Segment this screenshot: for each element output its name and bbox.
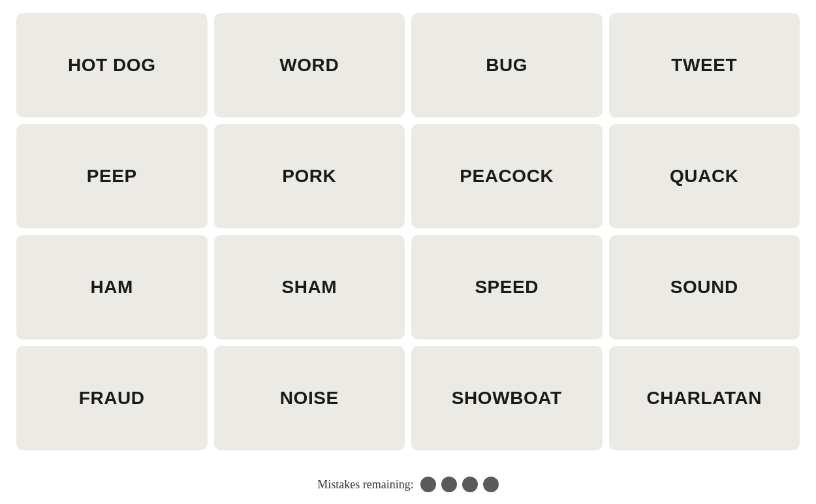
grid-cell-pork[interactable]: PORK (214, 124, 405, 228)
grid-cell-ham[interactable]: HAM (16, 235, 208, 339)
cell-label-noise: NOISE (280, 388, 339, 409)
cell-label-charlatan: CHARLATAN (646, 388, 762, 409)
cell-label-showboat: SHOWBOAT (452, 388, 562, 409)
mistake-dot-1 (420, 477, 436, 492)
cell-label-ham: HAM (91, 277, 133, 298)
cell-label-peep: PEEP (87, 166, 137, 187)
mistakes-label: Mistakes remaining: (317, 478, 413, 492)
grid-cell-tweet[interactable]: TWEET (609, 13, 800, 118)
grid-cell-hot-dog[interactable]: HOT DOG (16, 13, 208, 118)
grid-cell-showboat[interactable]: SHOWBOAT (411, 346, 603, 450)
grid-cell-peep[interactable]: PEEP (16, 124, 208, 228)
cell-label-quack: QUACK (670, 166, 738, 187)
grid-cell-sound[interactable]: SOUND (609, 235, 800, 339)
grid-cell-sham[interactable]: SHAM (214, 235, 405, 339)
cell-label-hot-dog: HOT DOG (68, 55, 156, 76)
grid-cell-word[interactable]: WORD (214, 13, 405, 118)
grid-cell-quack[interactable]: QUACK (609, 124, 800, 228)
word-grid: HOT DOGWORDBUGTWEETPEEPPORKPEACOCKQUACKH… (16, 13, 800, 450)
grid-cell-speed[interactable]: SPEED (411, 235, 603, 339)
grid-cell-bug[interactable]: BUG (411, 13, 603, 118)
cell-label-pork: PORK (282, 166, 336, 187)
cell-label-speed: SPEED (475, 277, 539, 298)
cell-label-peacock: PEACOCK (460, 166, 554, 187)
mistakes-dots (420, 477, 499, 492)
cell-label-fraud: FRAUD (79, 388, 145, 409)
cell-label-sound: SOUND (670, 277, 738, 298)
grid-cell-peacock[interactable]: PEACOCK (411, 124, 603, 228)
mistakes-row: Mistakes remaining: (317, 477, 498, 492)
mistake-dot-3 (462, 477, 478, 492)
grid-cell-fraud[interactable]: FRAUD (16, 346, 208, 450)
cell-label-bug: BUG (486, 55, 527, 76)
grid-cell-noise[interactable]: NOISE (214, 346, 405, 450)
mistake-dot-4 (483, 477, 499, 492)
grid-cell-charlatan[interactable]: CHARLATAN (609, 346, 800, 450)
cell-label-word: WORD (279, 55, 339, 76)
mistake-dot-2 (441, 477, 457, 492)
cell-label-tweet: TWEET (671, 55, 737, 76)
cell-label-sham: SHAM (281, 277, 337, 298)
